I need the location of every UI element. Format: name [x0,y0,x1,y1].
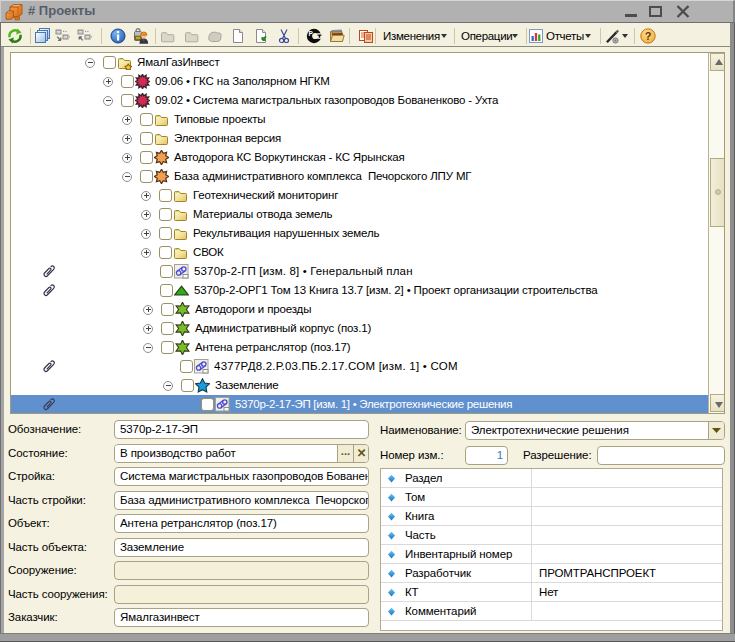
svg-text:?: ? [645,30,652,42]
svg-text:P: P [309,30,314,37]
